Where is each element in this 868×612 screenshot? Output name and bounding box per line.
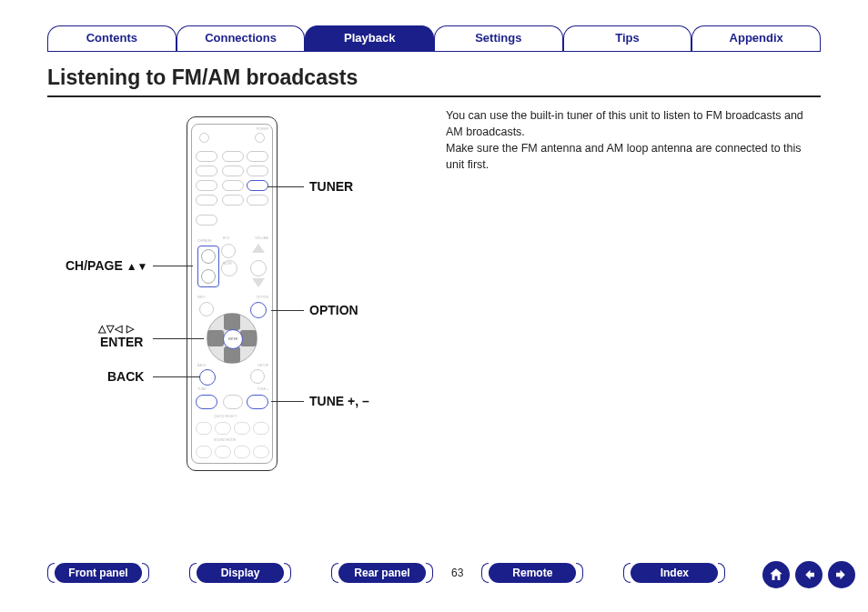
home-button[interactable] — [762, 561, 790, 588]
pill-index[interactable]: Index — [623, 563, 725, 583]
tab-baseline — [47, 51, 821, 52]
pill-front-panel[interactable]: Front panel — [47, 563, 149, 583]
remote-quick-pill — [215, 422, 231, 435]
arrow-right-icon — [833, 567, 850, 583]
pill-display[interactable]: Display — [189, 563, 291, 583]
remote-sound-pill — [253, 446, 269, 458]
pill-label: Front panel — [55, 563, 142, 583]
remote-eco-btn — [221, 244, 236, 258]
remote-label-tune-plus: TUNE + — [257, 387, 268, 391]
remote-sound-pill — [215, 446, 231, 458]
pill-rear-panel[interactable]: Rear panel — [331, 563, 433, 583]
pill-label: Display — [197, 563, 284, 583]
home-icon — [768, 567, 784, 583]
remote-tiny-btn — [199, 133, 209, 143]
volume-up-icon — [252, 244, 265, 253]
dpad-up-icon — [224, 314, 240, 330]
remote-src-pill — [247, 195, 268, 206]
pill-remote[interactable]: Remote — [481, 563, 583, 583]
tab-label: Contents — [86, 31, 137, 45]
remote-tune-plus-btn — [247, 395, 268, 409]
remote-src-pill — [222, 166, 244, 176]
remote-src-pill — [247, 151, 268, 162]
remote-src-pill — [196, 180, 217, 191]
tab-label: Settings — [475, 31, 521, 45]
pill-label: Rear panel — [338, 563, 426, 583]
remote-chpage-btn — [197, 246, 219, 287]
tab-label: Connections — [205, 31, 277, 45]
callout-enter: ENTER — [100, 335, 143, 349]
remote-setup-btn — [250, 369, 265, 384]
remote-src-pill — [196, 166, 217, 176]
tab-label: Appendix — [730, 31, 783, 45]
remote-sound-pill — [196, 446, 212, 458]
tab-appendix[interactable]: Appendix — [691, 25, 821, 51]
remote-sound-pill — [234, 446, 250, 458]
remote-quick-pill — [196, 422, 212, 435]
remote-label-setup: SETUP — [257, 364, 268, 367]
pill-label: Remote — [489, 563, 576, 583]
remote-back-btn — [199, 369, 216, 386]
remote-label-chpage: CH/PAGE — [197, 239, 212, 243]
tab-label: Playback — [344, 31, 395, 45]
remote-label-option: OPTION — [257, 296, 268, 299]
callout-chpage: CH/PAGE ▲▼ — [66, 258, 147, 273]
remote-quick-pill — [253, 422, 269, 435]
tab-connections[interactable]: Connections — [177, 25, 306, 51]
remote-enter-btn: ENTER — [223, 329, 243, 349]
page-number: 63 — [451, 567, 463, 579]
updown-icon: ▲▼ — [126, 260, 148, 273]
tab-label: Tips — [615, 31, 640, 45]
remote-label-tune-minus: TUNE − — [197, 387, 209, 391]
remote-play-pause-btn — [223, 395, 243, 409]
callout-tune: TUNE +, – — [309, 394, 369, 408]
remote-illustration: POWER ECO CH/PAGE VOLUME MUTE INFO OPTIO… — [187, 116, 278, 471]
remote-label-quick: QUICK SELECT — [214, 415, 237, 418]
tab-settings[interactable]: Settings — [434, 25, 563, 51]
callout-line — [271, 310, 304, 311]
callout-option: OPTION — [309, 303, 358, 317]
body-p2: Make sure the FM antenna and AM loop ant… — [446, 140, 819, 173]
callout-line — [153, 338, 204, 339]
body-p1: You can use the built-in tuner of this u… — [446, 107, 819, 140]
tab-tips[interactable]: Tips — [563, 25, 692, 51]
remote-quick-pill — [234, 422, 250, 435]
callout-line — [271, 401, 304, 402]
remote-src-pill — [222, 195, 244, 206]
pill-label: Index — [631, 563, 718, 583]
dpad-arrows-icon: △▽◁ ▷ — [98, 323, 135, 334]
remote-label-power: POWER — [257, 127, 268, 131]
remote-mute-btn — [250, 260, 267, 276]
callout-line — [267, 186, 304, 187]
dpad-left-icon — [207, 330, 224, 346]
remote-label-volume: VOLUME — [255, 236, 268, 240]
top-tabs: Contents Connections Playback Settings T… — [47, 25, 821, 51]
tab-contents[interactable]: Contents — [47, 25, 177, 51]
bottom-nav: Front panel Display Rear panel 63 Remote… — [47, 561, 821, 585]
callout-line — [153, 376, 200, 377]
callout-tuner: TUNER — [309, 179, 353, 194]
remote-tuner-btn — [247, 180, 268, 191]
page-nav-icons — [762, 561, 855, 588]
remote-src-pill — [222, 151, 244, 162]
remote-dpad: ENTER — [207, 313, 257, 364]
callout-back: BACK — [107, 369, 144, 384]
body-text: You can use the built-in tuner of this u… — [446, 107, 819, 174]
callout-dpad-arrows: △▽◁ ▷ — [98, 320, 135, 335]
remote-src-pill — [196, 151, 217, 162]
callout-line — [153, 266, 193, 266]
remote-label-sound: SOUND MODE — [214, 438, 236, 442]
remote-label-back: BACK — [197, 364, 207, 367]
remote-src-pill — [222, 180, 244, 191]
remote-label-eco: ECO — [223, 236, 230, 240]
next-page-button[interactable] — [828, 561, 855, 588]
remote-mute-btn — [221, 260, 237, 276]
volume-down-icon — [252, 278, 265, 287]
arrow-left-icon — [801, 567, 817, 583]
remote-tiny-btn — [255, 133, 265, 143]
tab-playback[interactable]: Playback — [305, 25, 434, 51]
remote-label-info: INFO — [197, 296, 205, 299]
page-title: Listening to FM/AM broadcasts — [47, 65, 821, 97]
prev-page-button[interactable] — [795, 561, 823, 588]
remote-tune-minus-btn — [196, 395, 217, 409]
